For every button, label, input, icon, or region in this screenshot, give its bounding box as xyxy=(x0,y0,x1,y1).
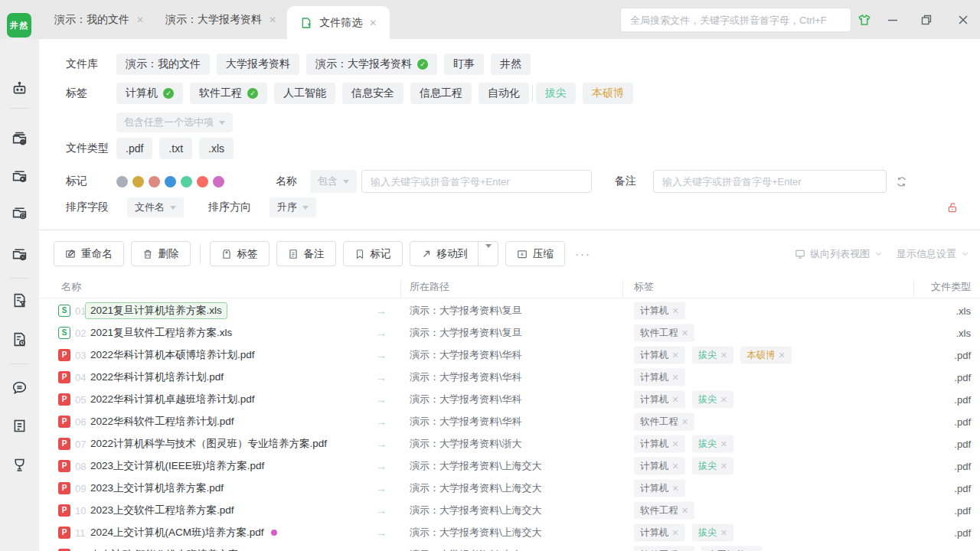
name-match-select[interactable]: 包含 xyxy=(310,170,357,193)
mark-button[interactable]: 标记 xyxy=(343,241,403,266)
file-name[interactable]: 2023上交计算机培养方案.pdf xyxy=(90,481,224,495)
file-name[interactable]: 2022华科计算机本硕博培养计划.pdf xyxy=(90,348,255,362)
folder-manage-icon[interactable] xyxy=(11,246,28,262)
open-location-arrow-icon[interactable]: → xyxy=(376,549,387,551)
file-name[interactable]: 2022华科软件工程培养计划.pdf xyxy=(90,415,234,429)
row-tag-chip[interactable]: 本硕博✕ xyxy=(740,346,792,364)
library-chip[interactable]: 演示：大学报考资料✓ xyxy=(306,54,437,75)
row-tag-chip[interactable]: 计算机✕ xyxy=(634,390,685,408)
col-filetype[interactable]: 文件类型 xyxy=(931,280,971,294)
file-name[interactable]: 2021复旦软件工程培养方案.xls xyxy=(90,326,232,340)
refresh-icon[interactable] xyxy=(896,176,907,187)
file-history-icon[interactable] xyxy=(11,331,28,347)
col-name[interactable]: 名称 xyxy=(61,280,81,294)
tag-button[interactable]: 标签 xyxy=(210,241,270,266)
remove-tag-icon[interactable]: ✕ xyxy=(672,372,679,382)
open-location-arrow-icon[interactable]: → xyxy=(376,527,387,539)
open-location-arrow-icon[interactable]: → xyxy=(376,416,387,428)
filetype-chip[interactable]: .pdf xyxy=(116,138,152,159)
table-row[interactable]: P 04 2022华科计算机培养计划.pdf → 演示：大学报考资料\华科 计算… xyxy=(39,366,980,388)
remove-tag-icon[interactable]: ✕ xyxy=(720,527,727,537)
tag-chip[interactable]: 计算机✓ xyxy=(116,83,183,104)
row-tag-chip[interactable]: 软件工程✕ xyxy=(634,501,694,519)
folder-add-icon[interactable] xyxy=(11,204,28,220)
folder-search-icon[interactable] xyxy=(11,168,28,184)
row-tag-chip[interactable]: 拔尖✕ xyxy=(692,390,733,408)
mark-dot[interactable] xyxy=(116,176,128,187)
remove-tag-icon[interactable]: ✕ xyxy=(672,305,679,315)
mark-dot[interactable] xyxy=(165,176,176,187)
row-tag-chip[interactable]: 软件工程✕ xyxy=(634,546,694,551)
rename-button[interactable]: 重命名 xyxy=(54,241,124,266)
tab-college-docs[interactable]: 演示：大学报考资料 ✕ xyxy=(155,0,287,39)
filetype-chip[interactable]: .txt xyxy=(159,138,192,159)
library-chip[interactable]: 盯事 xyxy=(444,54,484,75)
open-location-arrow-icon[interactable]: → xyxy=(376,482,387,494)
open-location-arrow-icon[interactable]: → xyxy=(376,504,387,517)
close-tab-icon[interactable]: ✕ xyxy=(369,18,377,28)
feedback-icon[interactable] xyxy=(11,380,28,396)
minimize-button[interactable] xyxy=(884,11,902,29)
tag-chip[interactable]: 软件工程✓ xyxy=(190,83,267,104)
tab-my-files[interactable]: 演示：我的文件 ✕ xyxy=(44,0,155,39)
mark-dot[interactable] xyxy=(213,176,224,187)
table-row[interactable]: P 05 2022华科计算机卓越班培养计划.pdf → 演示：大学报考资料\华科… xyxy=(39,388,980,410)
table-row[interactable]: P 11 2024上交计算机(ACM班)培养方案.pdf → 演示：大学报考资料… xyxy=(39,521,980,543)
close-tab-icon[interactable]: ✕ xyxy=(136,15,144,25)
open-location-arrow-icon[interactable]: → xyxy=(376,460,387,472)
tag-chip[interactable]: 自动化 xyxy=(479,83,529,104)
sort-field-select[interactable]: 文件名 xyxy=(127,197,184,217)
file-name[interactable]: 2024上交计算机(ACM班)培养方案.pdf xyxy=(90,526,277,540)
file-name[interactable]: 2023上交计算机(IEEE班)培养方案.pdf xyxy=(90,459,264,473)
row-tag-chip[interactable]: 计算机✕ xyxy=(634,302,685,319)
file-name[interactable]: 中大计科-智能化拔尖班培养方案.pdf xyxy=(90,548,256,551)
row-tag-chip[interactable]: 拔尖✕ xyxy=(692,523,733,541)
row-tag-chip[interactable]: 计算机✕ xyxy=(634,435,685,452)
table-row[interactable]: P 12 中大计科-智能化拔尖班培养方案.pdf → 演示：大学报考资料\中大 … xyxy=(39,543,980,551)
special-tag-chip[interactable]: 本硕博 xyxy=(583,83,633,104)
special-tag-chip[interactable]: 拔尖 xyxy=(536,83,576,104)
row-tag-chip[interactable]: 软件工程✕ xyxy=(634,412,694,430)
folder-view-icon[interactable] xyxy=(11,130,28,146)
table-row[interactable]: S 01 2021复旦计算机培养方案.xls → 演示：大学报考资料\复旦 计算… xyxy=(39,299,980,321)
remove-tag-icon[interactable]: ✕ xyxy=(681,505,688,515)
file-filter-icon[interactable] xyxy=(11,292,28,308)
row-tag-chip[interactable]: 拔尖✕ xyxy=(692,435,733,452)
remove-tag-icon[interactable]: ✕ xyxy=(672,350,679,360)
table-row[interactable]: P 08 2023上交计算机(IEEE班)培养方案.pdf → 演示：大学报考资… xyxy=(39,455,980,477)
table-row[interactable]: P 03 2022华科计算机本硕博培养计划.pdf → 演示：大学报考资料\华科… xyxy=(39,344,980,366)
library-chip[interactable]: 井然 xyxy=(491,54,531,75)
row-tag-chip[interactable]: 计算机✕ xyxy=(634,479,685,497)
row-tag-chip[interactable]: 拔尖✕ xyxy=(692,346,733,364)
global-search-input[interactable] xyxy=(621,8,851,31)
open-location-arrow-icon[interactable]: → xyxy=(376,349,387,361)
remove-tag-icon[interactable]: ✕ xyxy=(681,416,688,426)
row-tag-chip[interactable]: 人工智能✕ xyxy=(701,546,762,551)
remove-tag-icon[interactable]: ✕ xyxy=(672,483,679,493)
col-path[interactable]: 所在路径 xyxy=(410,280,449,294)
col-tags[interactable]: 标签 xyxy=(634,280,654,294)
library-chip[interactable]: 大学报考资料 xyxy=(217,54,299,75)
compress-button[interactable]: 压缩 xyxy=(505,241,565,266)
theme-skin-icon[interactable] xyxy=(855,11,874,29)
filetype-chip[interactable]: .xls xyxy=(199,138,234,159)
file-name[interactable]: 2022华科计算机培养计划.pdf xyxy=(90,370,224,384)
file-name[interactable]: 2021复旦计算机培养方案.xls xyxy=(90,302,227,319)
table-row[interactable]: S 02 2021复旦软件工程培养方案.xls → 演示：大学报考资料\复旦 软… xyxy=(39,321,980,344)
sort-dir-select[interactable]: 升序 xyxy=(270,197,316,217)
name-filter-input[interactable] xyxy=(361,170,592,193)
file-name[interactable]: 2023上交软件工程培养方案.pdf xyxy=(90,504,234,517)
open-location-arrow-icon[interactable]: → xyxy=(376,327,387,339)
display-settings-select[interactable]: 显示信息设置 xyxy=(897,247,969,261)
move-to-button[interactable]: 移动到 xyxy=(410,241,499,266)
changelog-icon[interactable] xyxy=(11,418,28,434)
remove-tag-icon[interactable]: ✕ xyxy=(672,461,679,471)
remove-tag-icon[interactable]: ✕ xyxy=(672,439,679,448)
mark-dot[interactable] xyxy=(132,176,144,187)
row-tag-chip[interactable]: 计算机✕ xyxy=(634,457,685,474)
delete-button[interactable]: 删除 xyxy=(131,241,191,266)
row-tag-chip[interactable]: 拔尖✕ xyxy=(692,457,733,474)
tag-chip[interactable]: 信息安全 xyxy=(342,83,403,104)
remove-tag-icon[interactable]: ✕ xyxy=(720,394,727,404)
open-location-arrow-icon[interactable]: → xyxy=(376,438,387,450)
